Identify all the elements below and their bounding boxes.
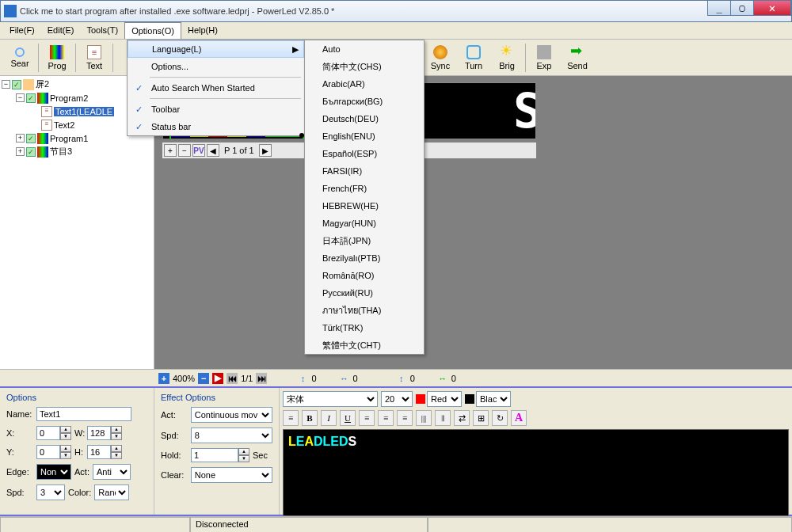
bg-color-select[interactable]: Blac (476, 391, 511, 407)
h-input[interactable] (87, 445, 111, 459)
clear-select[interactable]: None (191, 467, 272, 483)
menu-item-language[interactable]: Language(L) ▶ (128, 40, 304, 58)
spin-down[interactable]: ▼ (60, 433, 71, 440)
last-icon[interactable]: ⏭ (256, 373, 267, 384)
edge-select[interactable]: Non (36, 464, 71, 480)
maximize-button[interactable]: ▢ (730, 0, 754, 16)
tool-sync[interactable]: Sync (424, 41, 457, 74)
checkbox[interactable]: ✓ (26, 93, 36, 103)
spin-down[interactable]: ▼ (111, 433, 122, 440)
lang-item[interactable]: Deutsch(DEU) (305, 110, 424, 127)
play-icon[interactable]: ▶ (212, 373, 223, 384)
spread-button[interactable]: ⊞ (473, 410, 489, 426)
y-input[interactable] (36, 445, 60, 459)
lang-item[interactable]: Español(ESP) (305, 145, 424, 162)
tool-text[interactable]: ≡Text (78, 41, 111, 74)
a-button[interactable]: A (511, 410, 527, 426)
collapse-icon[interactable]: − (2, 80, 10, 89)
hmove-icon[interactable]: ↔ (339, 373, 350, 384)
remove-page-button[interactable]: − (178, 144, 191, 157)
menu-file[interactable]: File(F) (3, 22, 41, 39)
spin-up[interactable]: ▲ (111, 426, 122, 433)
menu-item-statusbar[interactable]: ✓Status bar (128, 118, 304, 135)
lang-item[interactable]: French(FR) (305, 180, 424, 197)
tool-exp[interactable]: Exp (527, 41, 561, 74)
menu-item-autosearch[interactable]: ✓Auto Search When Started (128, 79, 304, 97)
checkbox[interactable]: ✓ (26, 147, 36, 157)
lang-item[interactable]: FARSI(IR) (305, 162, 424, 180)
hold-input[interactable] (191, 448, 238, 462)
vmove2-icon[interactable]: ↕ (396, 373, 407, 384)
lang-item[interactable]: 简体中文(CHS) (305, 58, 424, 75)
lang-item[interactable]: 繁體中文(CHT) (305, 336, 424, 354)
size-select[interactable]: 20 (381, 391, 413, 407)
name-input[interactable] (36, 407, 131, 421)
lang-item[interactable]: Română(RO) (305, 267, 424, 284)
menu-edit[interactable]: Edit(E) (41, 22, 81, 39)
lang-item[interactable]: Русский(RU) (305, 284, 424, 302)
effect-spd-select[interactable]: 8 (191, 428, 272, 443)
expand-icon[interactable]: + (16, 147, 25, 156)
align-center-button[interactable]: ≡ (378, 410, 394, 426)
spin-down[interactable]: ▼ (60, 452, 71, 459)
hmove2-icon[interactable]: ↔ (437, 373, 448, 384)
tool-prog[interactable]: Prog (40, 41, 74, 74)
spin-down[interactable]: ▼ (111, 452, 122, 459)
spacing-button[interactable]: ||| (416, 410, 432, 426)
lang-item[interactable]: Magyar(HUN) (305, 215, 424, 232)
prev-page-button[interactable]: ◀ (207, 144, 219, 157)
font-select[interactable]: 宋体 (283, 391, 378, 407)
spin-down[interactable]: ▼ (238, 455, 249, 462)
first-icon[interactable]: ⏮ (227, 373, 238, 384)
spin-up[interactable]: ▲ (60, 445, 71, 452)
checkbox[interactable]: ✓ (26, 134, 36, 143)
menu-help[interactable]: Help(H) (181, 22, 224, 39)
checkbox[interactable]: ✓ (12, 80, 21, 89)
zoom-in-icon[interactable]: + (158, 373, 169, 384)
effect-act-select[interactable]: Continuous mov (191, 407, 272, 423)
fg-color-select[interactable]: Red (427, 391, 462, 407)
next-page-button[interactable]: ▶ (259, 144, 272, 157)
collapse-icon[interactable]: − (16, 93, 25, 102)
minimize-button[interactable]: _ (707, 0, 731, 16)
lang-item[interactable]: Arabic(AR) (305, 75, 424, 93)
align-left-button[interactable]: ≡ (359, 410, 375, 426)
refresh-button[interactable]: ↻ (492, 410, 508, 426)
align-right-button[interactable]: ≡ (397, 410, 413, 426)
tree-jiemu3[interactable]: +✓节目3 (2, 145, 152, 158)
w-input[interactable] (87, 426, 111, 440)
lang-item[interactable]: Brezilyalı(PTB) (305, 249, 424, 267)
italic-button[interactable]: I (321, 410, 337, 426)
lang-item[interactable]: ภาษาไทย(THA) (305, 302, 424, 319)
lang-item[interactable]: Auto (305, 40, 424, 58)
lang-item[interactable]: English(ENU) (305, 127, 424, 145)
spin-up[interactable]: ▲ (238, 448, 249, 455)
close-button[interactable]: ✕ (753, 0, 791, 16)
menu-item-options[interactable]: Options... (128, 58, 304, 75)
menu-tools[interactable]: Tools(T) (80, 22, 124, 39)
eq-button[interactable]: ⇄ (454, 410, 470, 426)
bold-button[interactable]: B (302, 410, 318, 426)
x-input[interactable] (36, 426, 60, 440)
lang-item[interactable]: Български(BG) (305, 93, 424, 110)
tool-search[interactable]: Sear (3, 41, 36, 74)
act-select[interactable]: Anti (93, 464, 131, 480)
zoom-out-icon[interactable]: − (198, 373, 209, 384)
spin-up[interactable]: ▲ (111, 445, 122, 452)
spin-up[interactable]: ▲ (60, 426, 71, 433)
color-select[interactable]: Rand (94, 484, 129, 500)
lang-item[interactable]: 日本語(JPN) (305, 232, 424, 249)
spd-select[interactable]: 3 (36, 484, 65, 500)
lang-item[interactable]: HEBREW(HE) (305, 197, 424, 215)
preview-button[interactable]: PV (192, 144, 205, 157)
underline-button[interactable]: U (340, 410, 356, 426)
bars-button[interactable]: ⦀ (435, 410, 451, 426)
lang-item[interactable]: Türk(TRK) (305, 319, 424, 336)
vmove-icon[interactable]: ↕ (297, 373, 308, 384)
lines-icon[interactable]: ≡ (283, 410, 299, 426)
text-preview[interactable]: LEADLEDS (283, 429, 789, 516)
tool-send[interactable]: ➡Send (561, 41, 594, 74)
menu-options[interactable]: Options(O) (124, 22, 181, 39)
expand-icon[interactable]: + (16, 134, 25, 142)
tool-brig[interactable]: ☀Brig (490, 41, 524, 74)
